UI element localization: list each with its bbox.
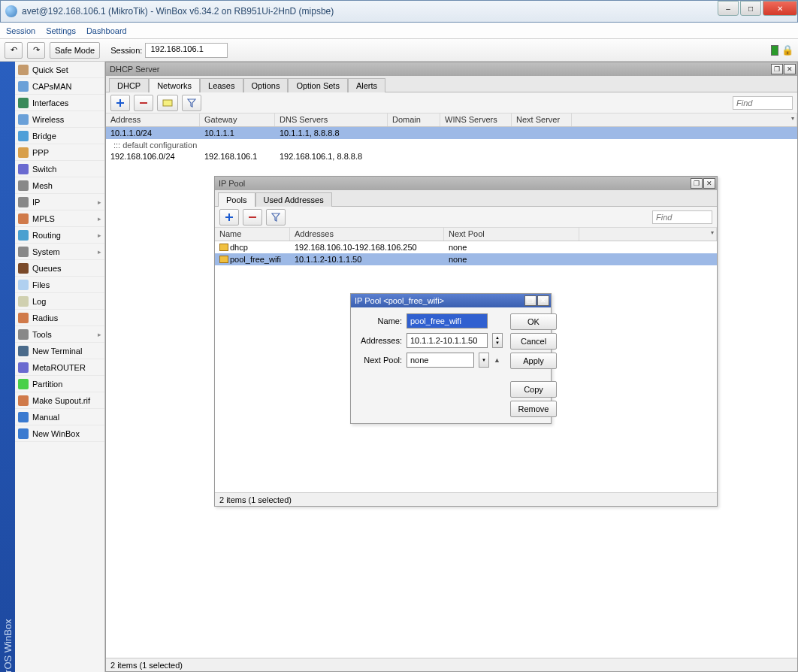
ok-button[interactable]: OK [510,313,557,330]
ippool-remove-button[interactable] [243,209,262,226]
dhcp-col-next-server[interactable]: Next Server [512,114,572,126]
sidebar-item-label: Interfaces [32,98,68,107]
ippool-window-title[interactable]: IP Pool ❐ ✕ [215,177,717,190]
menu-dashboard[interactable]: Dashboard [86,26,127,35]
dhcp-tab-options[interactable]: Options [243,78,289,92]
sidebar-item-new-terminal[interactable]: New Terminal [15,343,104,359]
ippool-tab-used-addresses[interactable]: Used Addresses [255,192,332,207]
sidebar-icon [18,412,29,422]
sidebar-item-mpls[interactable]: MPLS▸ [15,210,104,227]
maximize-button[interactable] [740,1,761,16]
comment-button[interactable] [157,95,178,111]
session-field[interactable]: 192.168.106.1 [145,43,228,58]
sidebar-item-radius[interactable]: Radius [15,310,104,326]
sidebar-item-label: Queues [32,264,62,273]
sidebar-title: RouterOS WinBox [2,619,14,672]
sidebar-item-bridge[interactable]: Bridge [15,128,104,144]
dhcp-col-domain[interactable]: Domain [388,114,440,126]
ippool-find-input[interactable] [652,210,712,224]
ippool-col-next-pool[interactable]: Next Pool [444,228,579,241]
dhcp-col-dns-servers[interactable]: DNS Servers [275,114,388,126]
ippool-col-more[interactable] [579,228,717,241]
menu-session[interactable]: Session [6,26,35,35]
addresses-label: Addresses: [357,336,402,345]
remove-button[interactable] [134,95,153,111]
ippool-row[interactable]: pool_free_wifi10.1.1.2-10.1.1.50none [215,253,717,265]
sidebar-item-label: Wireless [32,115,64,124]
sidebar-item-interfaces[interactable]: Interfaces [15,95,104,111]
sidebar-item-switch[interactable]: Switch [15,161,104,177]
menu-settings[interactable]: Settings [46,26,76,35]
sidebar-strip: RouterOS WinBox [0,62,15,672]
sidebar-item-ppp[interactable]: PPP [15,144,104,161]
sidebar-item-manual[interactable]: Manual [15,409,104,425]
sidebar-item-metarouter[interactable]: MetaROUTER [15,359,104,376]
edit-restore-button[interactable]: ❐ [524,295,537,306]
add-button[interactable] [110,95,130,111]
addresses-spinner[interactable]: ▲▼ [492,333,503,348]
sidebar-item-quick-set[interactable]: Quick Set [15,62,104,78]
dhcp-tab-leases[interactable]: Leases [200,78,243,92]
ippool-col-addresses[interactable]: Addresses [290,228,444,241]
addresses-input[interactable] [407,333,488,348]
dhcp-restore-button[interactable]: ❐ [771,64,783,74]
undo-button[interactable]: ↶ [5,42,23,59]
nextpool-up-icon[interactable]: ▲ [494,356,500,364]
minimize-button[interactable] [718,1,739,16]
sidebar-item-capsman[interactable]: CAPsMAN [15,78,104,95]
sidebar-item-files[interactable]: Files [15,277,104,293]
dhcp-find-input[interactable] [733,96,793,110]
dhcp-tab-networks[interactable]: Networks [149,78,200,92]
status-led-icon [771,45,778,56]
ippool-toolbar [215,207,717,228]
sidebar-item-system[interactable]: System▸ [15,244,104,260]
dhcp-close-button[interactable]: ✕ [784,64,796,74]
filter-button[interactable] [182,95,201,111]
dhcp-col-wins-servers[interactable]: WINS Servers [440,114,512,126]
dhcp-tab-option-sets[interactable]: Option Sets [288,78,347,92]
dhcp-row[interactable]: 10.1.1.0/2410.1.1.110.1.1.1, 8.8.8.8 [106,127,797,139]
sidebar-item-make-supout.rif[interactable]: Make Supout.rif [15,392,104,409]
sidebar-icon [18,197,29,207]
main-toolbar: ↶ ↷ Safe Mode Session: 192.168.106.1 🔒 [0,39,798,62]
edit-close-button[interactable]: ✕ [537,295,549,306]
safe-mode-button[interactable]: Safe Mode [50,42,100,59]
sidebar-item-wireless[interactable]: Wireless [15,111,104,128]
sidebar-item-ip[interactable]: IP▸ [15,194,104,210]
sidebar-icon [18,98,29,108]
sidebar-item-queues[interactable]: Queues [15,260,104,277]
copy-button[interactable]: Copy [510,381,557,398]
ippool-add-button[interactable] [219,209,239,226]
ippool-tab-pools[interactable]: Pools [218,192,255,207]
close-button[interactable] [763,1,797,16]
edit-title[interactable]: IP Pool <pool_free_wifi> ❐ ✕ [351,294,551,307]
sidebar-item-new-winbox[interactable]: New WinBox [15,425,104,442]
dhcp-col-more[interactable] [572,114,797,126]
dhcp-col-address[interactable]: Address [106,114,200,126]
dhcp-row[interactable]: 192.168.106.0/24192.168.106.1192.168.106… [106,150,797,162]
nextpool-input[interactable] [407,353,474,368]
ippool-filter-button[interactable] [266,209,286,226]
ippool-col-name[interactable]: Name [215,228,290,241]
sidebar-item-label: New Terminal [32,347,82,356]
sidebar-item-log[interactable]: Log [15,293,104,310]
apply-button[interactable]: Apply [510,353,557,369]
redo-button[interactable]: ↷ [27,42,45,59]
sidebar-item-mesh[interactable]: Mesh [15,177,104,194]
dhcp-window-title[interactable]: DHCP Server ❐ ✕ [106,62,797,76]
nextpool-dropdown[interactable]: ▼ [479,353,489,368]
ippool-row[interactable]: dhcp192.168.106.10-192.168.106.250none [215,241,717,253]
dhcp-tab-alerts[interactable]: Alerts [348,78,385,92]
sidebar-item-label: Partition [32,380,62,389]
dhcp-col-gateway[interactable]: Gateway [200,114,275,126]
sidebar-item-routing[interactable]: Routing▸ [15,227,104,244]
remove-button[interactable]: Remove [510,401,557,417]
dhcp-tab-dhcp[interactable]: DHCP [109,78,149,92]
cancel-button[interactable]: Cancel [510,333,557,350]
sidebar-item-tools[interactable]: Tools▸ [15,326,104,343]
sidebar-item-label: Log [32,297,46,306]
sidebar-item-partition[interactable]: Partition [15,376,104,392]
ippool-close-button[interactable]: ✕ [703,178,715,189]
ippool-restore-button[interactable]: ❐ [691,178,703,189]
name-input[interactable] [407,313,488,328]
